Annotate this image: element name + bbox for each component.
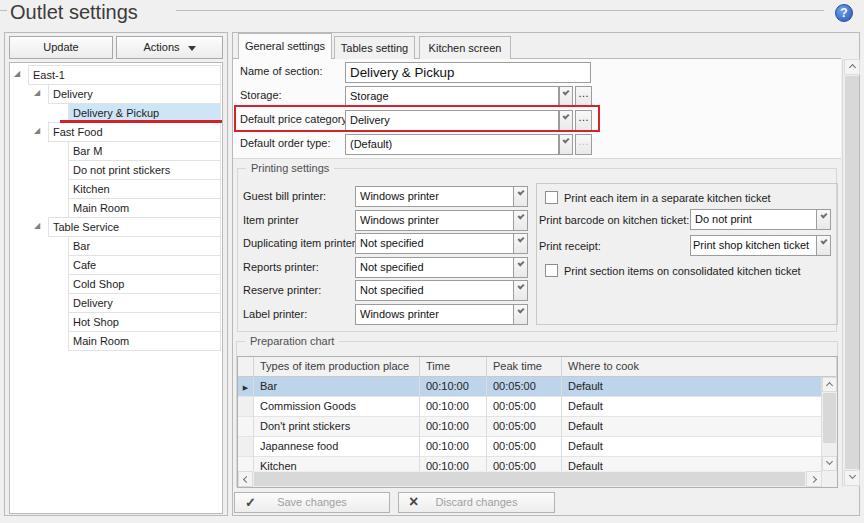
tree-item-label[interactable]: Table Service (48, 217, 221, 237)
table-cell[interactable]: 00:05:00 (487, 397, 562, 417)
table-cell[interactable]: 00:05:00 (487, 437, 562, 457)
reports-printer-combo[interactable]: Not specified (355, 257, 514, 278)
default-order-type-dropdown-button[interactable] (559, 134, 573, 155)
tab-general-settings[interactable]: General settings (238, 33, 332, 59)
actions-button[interactable]: Actions (116, 36, 223, 59)
tree-item-delivery-2[interactable]: Delivery (10, 293, 222, 313)
scroll-up-icon[interactable] (844, 59, 860, 75)
name-of-section-input[interactable] (345, 62, 591, 83)
column-header[interactable]: Peak time (487, 357, 562, 377)
reserve-printer-dropdown-button[interactable] (513, 280, 528, 301)
duplicating-item-printer-dropdown-button[interactable] (513, 233, 528, 254)
label-printer-combo[interactable]: Windows printer (355, 304, 514, 325)
tree-item-label[interactable]: Delivery (68, 293, 221, 313)
tree-item-table-service[interactable]: ◢Table Service (10, 217, 222, 237)
scrollbar-thumb[interactable] (845, 76, 859, 469)
default-order-type-ellipsis-button[interactable]: … (575, 134, 592, 155)
tab-kitchen-screen[interactable]: Kitchen screen (419, 36, 511, 59)
storage-combo[interactable]: Storage (345, 86, 559, 107)
tree-item-kitchen[interactable]: Kitchen (10, 179, 222, 199)
duplicating-item-printer-combo[interactable]: Not specified (355, 233, 514, 254)
tab-tables-setting[interactable]: Tables setting (334, 36, 415, 59)
tree-item-label[interactable]: East-1 (28, 65, 221, 85)
barcode-combo[interactable]: Do not print (690, 209, 817, 230)
table-cell[interactable]: Default (562, 437, 822, 457)
tree-item-label[interactable]: Main Room (68, 331, 221, 351)
scroll-up-icon[interactable] (822, 377, 837, 392)
scrollbar-thumb[interactable] (254, 472, 805, 486)
update-button[interactable]: Update (9, 36, 113, 59)
table-cell[interactable]: Default (562, 417, 822, 437)
tree-item-label[interactable]: Hot Shop (68, 312, 221, 332)
column-header[interactable]: Types of item production place (254, 357, 420, 377)
help-icon[interactable]: ? (835, 4, 853, 22)
guest-bill-printer-combo[interactable]: Windows printer (355, 186, 514, 207)
tree-item-label[interactable]: Main Room (68, 198, 221, 218)
table-cell[interactable]: 00:10:00 (420, 377, 487, 397)
print-receipt-dropdown-button[interactable] (816, 235, 831, 256)
save-changes-button[interactable]: ✓ Save changes (234, 492, 390, 513)
tree-item-hot-shop[interactable]: Hot Shop (10, 312, 222, 332)
tree-expander-icon[interactable]: ◢ (34, 89, 40, 97)
table-row-selected[interactable]: ▶ Bar 00:10:00 00:05:00 Default (238, 377, 822, 397)
tree-item-label[interactable]: Bar M (68, 141, 221, 161)
tree-item-main-room[interactable]: Main Room (10, 198, 222, 218)
column-header[interactable]: Where to cook (562, 357, 837, 377)
tree-item-bar[interactable]: Bar (10, 236, 222, 256)
default-order-type-combo[interactable]: (Default) (345, 134, 559, 155)
table-cell[interactable]: Commission Goods (254, 397, 420, 417)
table-cell[interactable]: Default (562, 377, 822, 397)
consolidated-ticket-checkbox[interactable] (545, 264, 558, 277)
table-vertical-scrollbar[interactable] (822, 377, 837, 471)
tree-expander-icon[interactable]: ◢ (14, 70, 20, 78)
tree-item-cafe[interactable]: Cafe (10, 255, 222, 275)
tree-expander-icon[interactable]: ◢ (34, 222, 40, 230)
table-cell[interactable]: 00:10:00 (420, 437, 487, 457)
print-receipt-combo[interactable]: Print shop kitchen ticket (690, 235, 817, 256)
table-horizontal-scrollbar[interactable] (238, 471, 822, 487)
tree-expander-icon[interactable]: ◢ (34, 127, 40, 135)
tree-item-bar-m[interactable]: Bar M (10, 141, 222, 161)
item-printer-dropdown-button[interactable] (513, 210, 528, 231)
scroll-right-icon[interactable] (806, 471, 822, 487)
reserve-printer-combo[interactable]: Not specified (355, 280, 514, 301)
tree-item-label[interactable]: Delivery (48, 84, 221, 104)
table-cell[interactable]: 00:10:00 (420, 397, 487, 417)
table-cell[interactable]: 00:05:00 (487, 417, 562, 437)
table-row[interactable]: Don't print stickers 00:10:00 00:05:00 D… (238, 417, 822, 437)
table-row[interactable]: Japannese food 00:10:00 00:05:00 Default (238, 437, 822, 457)
tree-item-label[interactable]: Cafe (68, 255, 221, 275)
separate-ticket-checkbox[interactable] (545, 191, 558, 204)
column-header[interactable]: Time (420, 357, 487, 377)
scroll-down-icon[interactable] (844, 470, 860, 486)
tree-item-label[interactable]: Bar (68, 236, 221, 256)
label-printer-dropdown-button[interactable] (513, 304, 528, 325)
storage-ellipsis-button[interactable]: … (575, 86, 592, 107)
table-cell[interactable]: Default (562, 397, 822, 417)
page-vertical-scrollbar[interactable] (842, 59, 859, 487)
tree-item-label[interactable]: Fast Food (48, 122, 221, 142)
table-cell[interactable]: Japannese food (254, 437, 420, 457)
guest-bill-printer-dropdown-button[interactable] (513, 186, 528, 207)
table-cell[interactable]: Bar (254, 377, 420, 397)
table-cell[interactable]: Don't print stickers (254, 417, 420, 437)
table-row[interactable]: Commission Goods 00:10:00 00:05:00 Defau… (238, 397, 822, 417)
scroll-left-icon[interactable] (238, 471, 253, 487)
scroll-down-icon[interactable] (822, 456, 837, 471)
tree-item-fast-food[interactable]: ◢Fast Food (10, 122, 222, 142)
tree-item-do-not-print-stickers[interactable]: Do not print stickers (10, 160, 222, 180)
tree-item-label[interactable]: Kitchen (68, 179, 221, 199)
tree-item-label[interactable]: Cold Shop (68, 274, 221, 294)
barcode-dropdown-button[interactable] (816, 209, 831, 230)
tree-item-delivery[interactable]: ◢Delivery (10, 84, 222, 104)
tree-item-east-1[interactable]: ◢East-1 (10, 65, 222, 85)
table-cell[interactable]: 00:10:00 (420, 417, 487, 437)
item-printer-combo[interactable]: Windows printer (355, 210, 514, 231)
reports-printer-dropdown-button[interactable] (513, 257, 528, 278)
scrollbar-thumb[interactable] (823, 393, 836, 443)
tree-item-cold-shop[interactable]: Cold Shop (10, 274, 222, 294)
tree-item-main-room-2[interactable]: Main Room (10, 331, 222, 351)
table-cell[interactable]: 00:05:00 (487, 377, 562, 397)
discard-changes-button[interactable]: × Discard changes (398, 492, 555, 513)
storage-dropdown-button[interactable] (559, 86, 573, 107)
